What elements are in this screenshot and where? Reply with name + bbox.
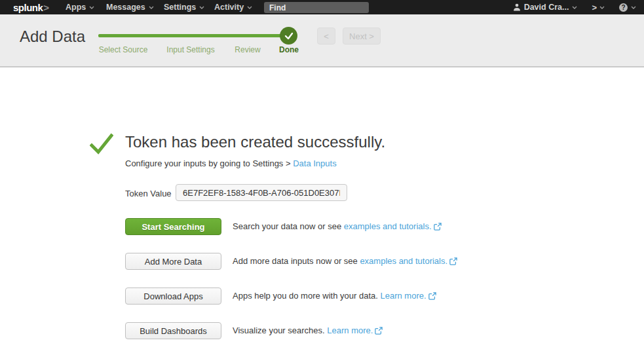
- check-icon: [284, 32, 294, 40]
- learn-more-link[interactable]: Learn more.: [380, 291, 426, 301]
- chevron-down-icon: [631, 6, 636, 9]
- step-select-source: Select Source: [99, 45, 148, 54]
- back-button[interactable]: <: [317, 28, 335, 45]
- wizard-header: Add Data Select Source Input Settings Re…: [0, 14, 644, 67]
- success-title: Token has been created successfully.: [125, 133, 385, 151]
- success-subtitle: Configure your inputs by going to Settin…: [125, 158, 337, 168]
- action-description: Add more data inputs now or see examples…: [233, 253, 457, 270]
- success-check-icon: [90, 132, 113, 156]
- action-text: Add more data inputs now or see: [233, 256, 360, 266]
- topbar-right-group: David Cra... > ?: [513, 0, 636, 14]
- action-description: Visualize your searches. Learn more.: [233, 322, 383, 339]
- external-link-icon: [434, 223, 442, 231]
- subtitle-text: Configure your inputs by going to Settin…: [125, 158, 293, 168]
- done-step-circle: [280, 27, 297, 45]
- add-data-page: splunk > Apps Messages Settings Activity…: [0, 0, 644, 353]
- external-link-icon: [428, 292, 436, 300]
- build-dashboards-button[interactable]: Build Dashboards: [125, 322, 221, 339]
- action-text: Search your data now or see: [233, 221, 344, 231]
- menu-apps-label: Apps: [66, 3, 86, 12]
- examples-tutorials-link[interactable]: examples and tutorials.: [344, 221, 432, 231]
- menu-messages-label: Messages: [106, 3, 145, 12]
- chevron-down-icon: [572, 6, 577, 9]
- token-value-label: Token Value: [125, 189, 172, 198]
- step-review: Review: [235, 45, 260, 54]
- menu-apps[interactable]: Apps: [66, 0, 94, 14]
- user-menu[interactable]: David Cra...: [513, 3, 578, 12]
- external-link-icon: [449, 257, 457, 265]
- menu-activity-label: Activity: [214, 3, 244, 12]
- help-icon: ?: [619, 3, 628, 12]
- page-title: Add Data: [20, 28, 85, 46]
- logo-chevron-icon: >: [43, 2, 49, 13]
- learn-more-link[interactable]: Learn more.: [327, 325, 373, 335]
- action-row-start-searching: Start Searching Search your data now or …: [125, 218, 584, 235]
- external-link-icon: [375, 327, 383, 335]
- chevron-down-icon: [247, 6, 252, 9]
- share-icon: >: [592, 3, 596, 12]
- chevron-down-icon: [89, 6, 94, 9]
- step-input-settings: Input Settings: [166, 45, 214, 54]
- chevron-down-icon: [599, 6, 605, 9]
- menu-activity[interactable]: Activity: [214, 0, 252, 14]
- user-name: David Cra...: [524, 3, 569, 12]
- data-inputs-link[interactable]: Data Inputs: [293, 158, 337, 168]
- user-icon: [513, 3, 521, 11]
- next-button[interactable]: Next >: [343, 28, 381, 45]
- add-more-data-button[interactable]: Add More Data: [125, 253, 221, 270]
- chevron-down-icon: [149, 6, 154, 9]
- help-menu[interactable]: ?: [619, 3, 636, 12]
- menu-settings[interactable]: Settings: [164, 0, 204, 14]
- splunk-logo[interactable]: splunk >: [13, 0, 49, 14]
- progress-line: [98, 34, 296, 37]
- step-done: Done: [279, 45, 299, 54]
- examples-tutorials-link[interactable]: examples and tutorials.: [360, 256, 447, 266]
- find-input[interactable]: [264, 2, 369, 13]
- start-searching-button[interactable]: Start Searching: [125, 218, 221, 235]
- action-description: Search your data now or see examples and…: [233, 218, 442, 235]
- action-text: Visualize your searches.: [233, 325, 327, 335]
- menu-messages[interactable]: Messages: [106, 0, 154, 14]
- token-value-field[interactable]: [176, 184, 347, 201]
- action-row-add-more-data: Add More Data Add more data inputs now o…: [125, 253, 584, 270]
- download-apps-button[interactable]: Download Apps: [125, 288, 221, 305]
- action-description: Apps help you do more with your data. Le…: [233, 288, 436, 305]
- logo-text: splunk: [13, 2, 43, 13]
- action-text: Apps help you do more with your data.: [233, 291, 380, 301]
- topbar: splunk > Apps Messages Settings Activity…: [0, 0, 644, 14]
- menu-settings-label: Settings: [164, 3, 196, 12]
- chevron-down-icon: [199, 6, 204, 9]
- action-row-download-apps: Download Apps Apps help you do more with…: [125, 288, 584, 305]
- share-menu[interactable]: >: [592, 3, 605, 12]
- action-row-build-dashboards: Build Dashboards Visualize your searches…: [125, 322, 584, 339]
